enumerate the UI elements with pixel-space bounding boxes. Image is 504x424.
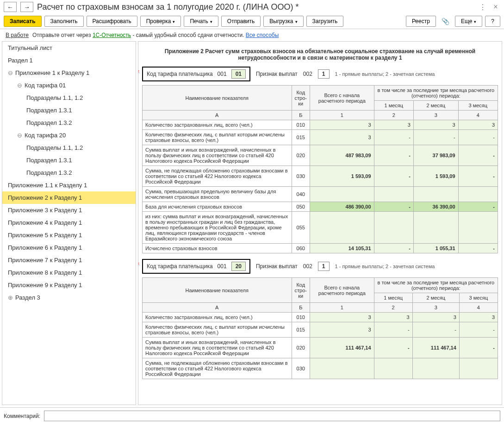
sidebar: Титульный листРаздел 1⊖Приложение 1 к Ра…	[2, 41, 136, 405]
tree-item-5[interactable]: Подраздел 1.3.1	[2, 104, 136, 117]
load-button[interactable]: Загрузить	[306, 16, 344, 27]
tree-item-3[interactable]: ⊖Код тарифа 01	[2, 79, 136, 92]
help-button[interactable]: ?	[485, 16, 500, 27]
status-text: Отправьте отчет через 1С-Отчетность - са…	[32, 32, 279, 38]
tree-item-11[interactable]: Приложение 1.1 к Разделу 1	[2, 179, 136, 191]
tarif-box-2: Код тарифа плательщика 001 20	[142, 259, 250, 274]
tree-item-13[interactable]: Приложение 3 к Разделу 1	[2, 204, 136, 216]
fill-button[interactable]: Заполнить	[44, 16, 84, 27]
page-title: Расчет по страховым взносам за 1 полугод…	[37, 2, 474, 12]
table-row: База для исчисления страховых взносов050…	[143, 202, 498, 212]
send-button[interactable]: Отправить	[221, 16, 261, 27]
registry-button[interactable]: Реестр	[406, 16, 436, 27]
tree-item-2[interactable]: ⊖Приложение 1 к Разделу 1	[2, 67, 136, 79]
tree-item-18[interactable]: Приложение 8 к Разделу 1	[2, 266, 136, 279]
status-link[interactable]: В работе	[6, 32, 29, 38]
more-button[interactable]: Еще▾	[455, 16, 482, 27]
write-button[interactable]: Записать	[4, 16, 42, 27]
tree-item-12[interactable]: Приложение 2 к Разделу 1	[2, 191, 136, 204]
data-table-1: Наименование показателяКод стро-киВсего …	[142, 85, 498, 253]
export-button[interactable]: Выгрузка▾	[263, 16, 303, 27]
menu-icon[interactable]: ⋮	[478, 2, 487, 12]
table-row: Количество застрахованных лиц, всего (че…	[143, 313, 498, 322]
tree-item-19[interactable]: Приложение 9 к Разделу 1	[2, 279, 136, 291]
tree-item-20[interactable]: ⊕Раздел 3	[2, 291, 136, 304]
check-button[interactable]: Проверка▾	[140, 16, 181, 27]
content-area: Приложение 2 Расчет сумм страховых взнос…	[138, 41, 502, 405]
table-row: Количество физических лиц, с выплат кото…	[143, 130, 498, 145]
tarif-box-1: Код тарифа плательщика 001 01	[142, 67, 250, 81]
tree-item-17[interactable]: Приложение 7 к Разделу 1	[2, 254, 136, 266]
tree-item-16[interactable]: Приложение 6 к Разделу 1	[2, 241, 136, 254]
forward-button[interactable]: →	[20, 2, 33, 12]
attach-icon[interactable]: 📎	[439, 18, 452, 25]
decrypt-button[interactable]: Расшифровать	[87, 16, 137, 27]
tree-item-4[interactable]: Подразделы 1.1, 1.2	[2, 92, 136, 104]
table-row: Исчислено страховых взносов06014 105,31-…	[143, 244, 498, 253]
tree-item-1[interactable]: Раздел 1	[2, 54, 136, 67]
tree-item-14[interactable]: Приложение 4 к Разделу 1	[2, 216, 136, 229]
vyplat-box-1[interactable]: 1	[318, 69, 330, 79]
close-icon[interactable]: ×	[491, 2, 500, 12]
table-row: Сумма, не подлежащая обложению страховым…	[143, 358, 498, 379]
tree-item-9[interactable]: Подраздел 1.3.1	[2, 154, 136, 166]
tree-item-7[interactable]: ⊖Код тарифа 20	[2, 129, 136, 141]
table-row: Сумма, превышающая предельную величину б…	[143, 187, 498, 202]
back-button[interactable]: ←	[4, 2, 17, 12]
all-methods-link[interactable]: Все способы	[246, 32, 279, 38]
tree-item-0[interactable]: Титульный лист	[2, 42, 136, 54]
tarif-code-2[interactable]: 20	[231, 262, 246, 271]
tree-item-6[interactable]: Подраздел 1.3.2	[2, 117, 136, 129]
table-row: Количество застрахованных лиц, всего (че…	[143, 120, 498, 130]
tree-item-8[interactable]: Подразделы 1.1, 1.2	[2, 141, 136, 154]
section-title: Приложение 2 Расчет сумм страховых взнос…	[142, 48, 498, 61]
tree-item-10[interactable]: Подраздел 1.3.2	[2, 166, 136, 179]
tree-item-15[interactable]: Приложение 5 к Разделу 1	[2, 229, 136, 241]
table-row: из них: сумма выплат и иных вознагражден…	[143, 212, 498, 244]
table-row: Сумма выплат и иных вознаграждений, начи…	[143, 338, 498, 358]
print-button[interactable]: Печать▾	[184, 16, 218, 27]
table-row: Сумма, не подлежащая обложению страховым…	[143, 166, 498, 187]
table-row: Количество физических лиц, с выплат кото…	[143, 322, 498, 338]
tarif-code-1[interactable]: 01	[231, 69, 246, 79]
data-table-2: Наименование показателяКод стро-киВсего …	[142, 277, 498, 379]
table-row: Сумма выплат и иных вознаграждений, начи…	[143, 145, 498, 166]
vyplat-box-2[interactable]: 1	[318, 262, 330, 271]
1c-reporting-link[interactable]: 1С-Отчетность	[93, 32, 131, 38]
